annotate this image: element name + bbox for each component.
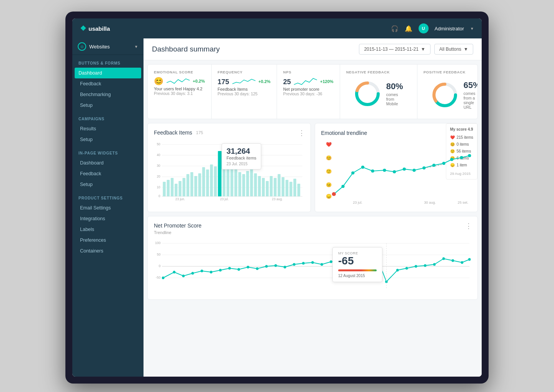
svg-text:100: 100 xyxy=(155,241,160,245)
svg-rect-29 xyxy=(206,169,209,196)
nps-tooltip-date: 12 August 2015 xyxy=(338,274,377,278)
svg-point-116 xyxy=(424,264,427,267)
svg-rect-32 xyxy=(218,151,221,196)
svg-point-70 xyxy=(422,166,426,169)
svg-text:😞: 😞 xyxy=(326,193,332,199)
frequency-label: FREQUENCY xyxy=(218,70,271,74)
svg-text:0: 0 xyxy=(159,264,160,268)
layout: ⊙ Websites ▼ BUTTONS & FORMS Dashboard F… xyxy=(72,38,482,377)
svg-rect-36 xyxy=(234,169,237,196)
svg-rect-51 xyxy=(294,179,296,196)
websites-dropdown[interactable]: ⊙ Websites ▼ xyxy=(72,38,144,55)
bell-icon[interactable]: 🔔 xyxy=(405,25,412,32)
svg-rect-39 xyxy=(246,171,249,196)
negative-donut-chart xyxy=(354,80,381,107)
svg-point-94 xyxy=(219,269,222,272)
chart-menu-icon[interactable]: ⋮ xyxy=(298,129,305,137)
svg-point-115 xyxy=(415,265,417,268)
date-picker-chevron-icon: ▼ xyxy=(421,47,426,52)
svg-text:😊: 😊 xyxy=(326,155,332,161)
sidebar-item-setup-bf[interactable]: Setup xyxy=(72,100,144,111)
frequency-row: 175 +0.2% xyxy=(218,76,271,86)
svg-point-91 xyxy=(191,272,194,275)
svg-point-68 xyxy=(402,168,405,171)
nps-label: NPS xyxy=(283,70,334,74)
header-controls: 2015-11-13 — 2015-11-21 ▼ All Buttons ▼ xyxy=(359,44,473,55)
frequency-number: 175 xyxy=(218,78,229,86)
nps-number: 25 xyxy=(283,78,291,86)
nps-chart-menu-icon[interactable]: ⋮ xyxy=(465,222,472,230)
svg-rect-47 xyxy=(278,174,280,196)
svg-point-95 xyxy=(228,267,231,270)
tooltip-date: 23 Jul. 2015 xyxy=(227,162,257,166)
negative-percent: 80% xyxy=(386,81,403,91)
tooltip-number: 31,264 xyxy=(227,147,257,156)
svg-rect-22 xyxy=(179,181,181,196)
svg-rect-41 xyxy=(254,173,257,196)
svg-point-67 xyxy=(393,170,396,173)
avatar: U xyxy=(419,23,429,33)
svg-point-117 xyxy=(433,263,436,266)
svg-rect-34 xyxy=(227,167,229,196)
support-icon[interactable]: 🎧 xyxy=(391,25,399,32)
user-name: Administrator xyxy=(435,26,464,32)
sidebar-item-dashboard-bf[interactable]: Dashboard xyxy=(75,68,141,78)
nps-chart-subtitle: Trendline xyxy=(154,230,471,235)
negative-sublabel: comes from Mobile xyxy=(386,92,403,106)
sidebar-item-results[interactable]: Results xyxy=(72,123,144,134)
logo: ❖ usabilla xyxy=(80,24,110,33)
emotional-chart-area: ❤️ 😊 🙂 😐 😞 xyxy=(321,136,472,206)
websites-label: Websites xyxy=(89,44,110,50)
frequency-desc: Feedback Items xyxy=(218,87,271,91)
feedback-chart-title: Feedback Items xyxy=(154,130,192,136)
svg-rect-31 xyxy=(214,166,217,196)
main-header: Dashboard summary 2015-11-13 — 2015-11-2… xyxy=(144,38,482,60)
svg-point-72 xyxy=(442,162,445,165)
filter-chevron-icon: ▼ xyxy=(464,47,468,52)
nps-sparkline xyxy=(294,77,317,86)
svg-text:20: 20 xyxy=(157,174,160,178)
emotional-desc: Your users feel Happy 4.2 xyxy=(154,86,205,91)
sidebar-item-benchmarking[interactable]: Benchmarking xyxy=(72,89,144,100)
sidebar-item-labels[interactable]: Labels xyxy=(72,224,144,235)
sidebar-section-inpage: IN-PAGE WIDGETS xyxy=(72,145,144,158)
feedback-chart-card: Feedback Items 175 ⋮ 31,264 Feedback ite… xyxy=(147,123,311,212)
svg-point-62 xyxy=(341,185,344,188)
svg-point-98 xyxy=(256,267,259,270)
sidebar-item-integrations[interactable]: Integrations xyxy=(72,213,144,224)
button-filter[interactable]: All Buttons ▼ xyxy=(434,44,473,55)
svg-point-73 xyxy=(450,158,453,161)
nps-tooltip-number: -65 xyxy=(338,255,377,267)
logo-icon: ❖ xyxy=(80,24,86,33)
sidebar-item-dashboard-ipw[interactable]: Dashboard xyxy=(72,158,144,168)
emotional-svg: ❤️ 😊 🙂 😐 😞 xyxy=(321,136,472,206)
sidebar-item-setup-campaigns[interactable]: Setup xyxy=(72,134,144,145)
websites-icon: ⊙ xyxy=(78,42,86,51)
svg-rect-20 xyxy=(171,178,174,196)
svg-point-121 xyxy=(468,258,471,261)
nps-card: ⋮ Net Promoter Score Trendline MY SCORE … xyxy=(147,216,478,300)
svg-rect-46 xyxy=(274,178,276,196)
sidebar-item-email-settings[interactable]: Email Settings xyxy=(72,203,144,213)
svg-point-99 xyxy=(265,265,268,268)
sidebar-item-feedback-ipw[interactable]: Feedback xyxy=(72,168,144,179)
svg-point-74 xyxy=(460,156,463,159)
svg-text:😐: 😐 xyxy=(326,182,332,188)
sidebar-item-containers[interactable]: Containers xyxy=(72,246,144,256)
svg-rect-40 xyxy=(250,168,253,196)
sidebar-item-preferences[interactable]: Preferences xyxy=(72,235,144,246)
sidebar-item-feedback-bf[interactable]: Feedback xyxy=(72,78,144,89)
stat-card-negative: NEGATIVE FEEDBACK 80% xyxy=(340,65,417,119)
date-picker[interactable]: 2015-11-13 — 2015-11-21 ▼ xyxy=(359,44,430,55)
sidebar-item-setup-ipw[interactable]: Setup xyxy=(72,179,144,190)
svg-rect-42 xyxy=(258,176,261,196)
user-chevron-icon[interactable]: ▼ xyxy=(470,27,474,31)
svg-rect-48 xyxy=(282,177,284,196)
nps-score-bar xyxy=(338,269,377,271)
svg-point-101 xyxy=(284,266,286,269)
svg-text:25 set.: 25 set. xyxy=(457,201,468,204)
svg-rect-43 xyxy=(262,178,265,196)
svg-rect-33 xyxy=(223,166,225,196)
svg-rect-37 xyxy=(238,172,241,196)
positive-percent: 65% xyxy=(464,80,478,90)
